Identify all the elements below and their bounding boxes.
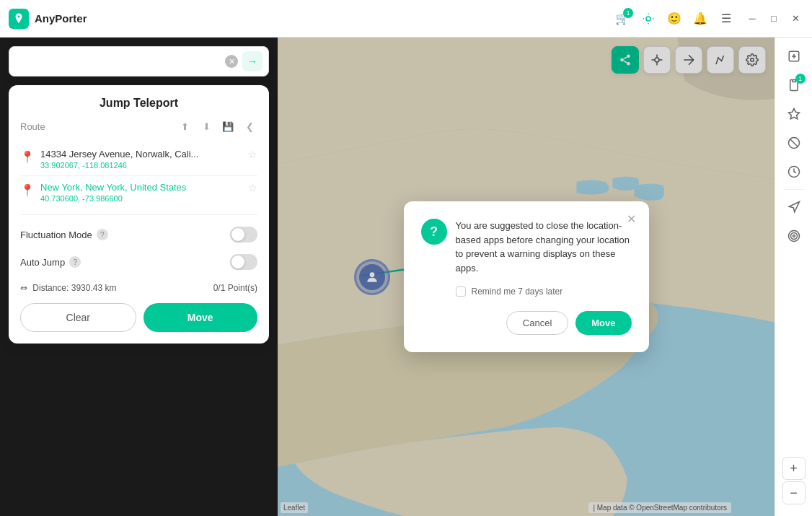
location-name-1: New York, New York, United States <box>40 182 242 193</box>
dialog-close-button[interactable]: ✕ <box>623 210 640 227</box>
svg-point-0 <box>646 17 650 21</box>
clipboard-badge: 1 <box>795 74 806 84</box>
location-pin-icon-0: 📍 <box>20 150 35 164</box>
distance-value: 3930.43 km <box>71 283 117 293</box>
menu-icon[interactable]: ☰ <box>718 11 734 27</box>
app-title: AnyPorter <box>35 12 614 25</box>
cart-icon[interactable]: 🛒 1 <box>614 11 630 27</box>
navigate-button[interactable] <box>781 194 807 220</box>
import-icon[interactable]: ⬇ <box>198 118 214 134</box>
auto-jump-label: Auto Jump ? <box>20 256 81 268</box>
location-name-0: 14334 Jersey Avenue, Norwalk, Cali... <box>40 149 242 159</box>
cart-badge: 1 <box>623 8 633 18</box>
svg-marker-21 <box>789 202 799 212</box>
map-area[interactable]: 1 Leaflet | Map data © OpenStreetMap con… <box>278 38 775 516</box>
route-label: Route <box>20 121 45 132</box>
svg-line-19 <box>790 139 798 147</box>
dialog-overlay: ✕ ? You are suggested to close the locat… <box>278 38 775 516</box>
sidebar-divider <box>784 189 804 190</box>
dialog-move-button[interactable]: Move <box>575 311 631 335</box>
favorites-button[interactable] <box>781 101 807 127</box>
remind-label: Remind me 7 days later <box>472 287 563 297</box>
location-pin-icon-1: 📍 <box>20 183 35 197</box>
star-button-1[interactable]: ☆ <box>248 182 257 193</box>
fluctuation-mode-toggle[interactable] <box>230 227 257 242</box>
clear-button[interactable]: Clear <box>20 303 136 332</box>
zoom-out-button[interactable]: − <box>782 481 806 504</box>
clipboard-button[interactable]: 1 <box>781 72 807 98</box>
points-info: 0/1 Point(s) <box>213 283 257 293</box>
location-item-1: 📍 New York, New York, United States 40.7… <box>20 176 257 209</box>
svg-point-24 <box>793 235 795 237</box>
auto-jump-toggle[interactable] <box>230 254 257 270</box>
location-content-0: 14334 Jersey Avenue, Norwalk, Cali... 33… <box>40 149 242 170</box>
left-panel: New yor ✕ → Jump Teleport Route ⬆ ⬇ 💾 ❮ … <box>0 38 278 516</box>
auto-jump-help-icon[interactable]: ? <box>69 256 81 268</box>
export-icon[interactable]: ⬆ <box>177 118 193 134</box>
screenshot-button[interactable] <box>781 43 807 69</box>
move-button[interactable]: Move <box>144 303 258 332</box>
fluctuation-mode-row: Fluctuation Mode ? <box>20 221 257 248</box>
star-button-0[interactable]: ☆ <box>248 149 257 160</box>
app-logo <box>9 9 29 29</box>
route-header: Route ⬆ ⬇ 💾 ❮ <box>20 118 257 134</box>
history-button[interactable] <box>781 159 807 185</box>
user-location-icon[interactable] <box>640 11 656 27</box>
fluctuation-help-icon[interactable]: ? <box>97 229 108 240</box>
maximize-button[interactable]: □ <box>766 11 782 27</box>
zoom-controls: + − <box>782 457 806 504</box>
window-controls: ─ □ ✕ <box>744 11 803 27</box>
main-layout: New yor ✕ → Jump Teleport Route ⬆ ⬇ 💾 ❮ … <box>0 38 812 516</box>
close-button[interactable]: ✕ <box>787 11 803 27</box>
location-content-1: New York, New York, United States 40.730… <box>40 182 242 203</box>
search-go-button[interactable]: → <box>242 51 262 71</box>
emoji-icon[interactable]: 🙂 <box>666 11 682 27</box>
dialog-checkbox-row: Remind me 7 days later <box>456 287 632 297</box>
titlebar: AnyPorter 🛒 1 🙂 🔔 ☰ ─ □ ✕ <box>0 0 812 38</box>
target-button[interactable] <box>781 223 807 249</box>
action-buttons: Clear Move <box>20 303 257 332</box>
collapse-button[interactable]: ❮ <box>242 118 257 134</box>
minimize-button[interactable]: ─ <box>744 11 760 27</box>
svg-marker-17 <box>788 109 799 119</box>
dialog-body: ? You are suggested to close the locatio… <box>421 219 632 275</box>
search-input[interactable]: New yor <box>15 56 225 67</box>
distance-icon: ⇔ <box>20 283 27 293</box>
block-button[interactable] <box>781 130 807 156</box>
search-clear-button[interactable]: ✕ <box>225 55 238 68</box>
search-bar: New yor ✕ → <box>9 46 269 76</box>
bell-icon[interactable]: 🔔 <box>692 11 708 27</box>
svg-point-23 <box>790 233 797 240</box>
right-sidebar: 1 + − <box>775 38 812 516</box>
remind-checkbox[interactable] <box>456 287 466 297</box>
panel-title: Jump Teleport <box>20 97 257 110</box>
dialog-message: You are suggested to close the location-… <box>456 219 632 275</box>
warning-dialog: ✕ ? You are suggested to close the locat… <box>404 201 649 352</box>
distance-info: ⇔ Distance: 3930.43 km <box>20 283 116 293</box>
save-icon[interactable]: 💾 <box>220 118 236 134</box>
divider <box>20 214 257 215</box>
zoom-in-button[interactable]: + <box>782 457 806 480</box>
titlebar-icons: 🛒 1 🙂 🔔 ☰ <box>614 11 734 27</box>
fluctuation-mode-label: Fluctuation Mode ? <box>20 229 108 240</box>
location-item-0: 📍 14334 Jersey Avenue, Norwalk, Cali... … <box>20 143 257 176</box>
distance-bar: ⇔ Distance: 3930.43 km 0/1 Point(s) <box>20 276 257 303</box>
dialog-warning-icon: ? <box>421 219 447 245</box>
location-coords-0: 33.902067, -118.081246 <box>40 161 242 170</box>
distance-label: Distance: <box>32 283 69 293</box>
panel-card: Jump Teleport Route ⬆ ⬇ 💾 ❮ 📍 14334 Jers… <box>9 85 269 344</box>
location-coords-1: 40.730600, -73.986600 <box>40 194 242 203</box>
auto-jump-row: Auto Jump ? <box>20 248 257 276</box>
dialog-buttons: Cancel Move <box>421 311 632 335</box>
dialog-cancel-button[interactable]: Cancel <box>506 311 568 335</box>
svg-rect-16 <box>792 80 795 82</box>
